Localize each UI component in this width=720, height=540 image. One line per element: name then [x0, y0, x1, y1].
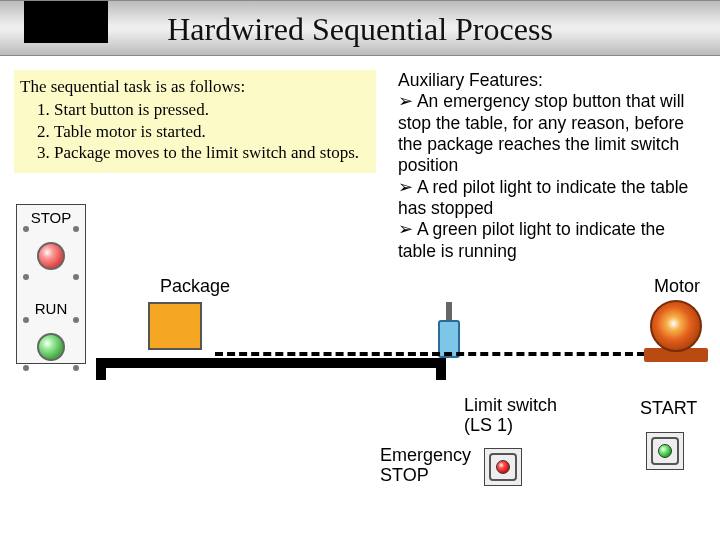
title-bar: Hardwired Sequential Process [0, 0, 720, 56]
screw-row [17, 226, 85, 240]
task-step: Table motor is started. [54, 121, 366, 142]
limit-switch-stem [446, 302, 452, 322]
package-label: Package [160, 276, 230, 297]
motor-icon [650, 300, 702, 352]
start-label: START [640, 398, 697, 419]
screw-row [17, 317, 85, 331]
aux-item: An emergency stop button that will stop … [398, 91, 698, 176]
run-label: RUN [17, 300, 85, 317]
stop-label: STOP [17, 209, 85, 226]
limit-switch-label: Limit switch (LS 1) [464, 396, 557, 436]
pilot-light-panel: STOP RUN [16, 204, 86, 364]
task-step: Start button is pressed. [54, 99, 366, 120]
auxiliary-features-box: Auxiliary Features: An emergency stop bu… [398, 70, 698, 262]
estop-label-line1: Emergency [380, 445, 471, 465]
limit-switch-label-line1: Limit switch [464, 395, 557, 415]
package-icon [148, 302, 202, 350]
estop-label: Emergency STOP [380, 446, 471, 486]
screw-row [17, 274, 85, 288]
stop-pilot-light-icon [37, 242, 65, 270]
aux-item: A red pilot light to indicate the table … [398, 177, 698, 220]
track-solid [96, 358, 446, 368]
page-title: Hardwired Sequential Process [0, 11, 720, 48]
task-step: Package moves to the limit switch and st… [54, 142, 366, 163]
run-pilot-light-icon [37, 333, 65, 361]
estop-label-line2: STOP [380, 465, 429, 485]
screw-row [17, 365, 85, 379]
aux-item: A green pilot light to indicate the tabl… [398, 219, 698, 262]
aux-title: Auxiliary Features: [398, 70, 698, 91]
motor-label: Motor [654, 276, 700, 297]
sequential-task-box: The sequential task is as follows: Start… [14, 70, 376, 173]
start-button-icon [646, 432, 684, 470]
track-foot [436, 366, 446, 380]
limit-switch-label-line2: (LS 1) [464, 415, 513, 435]
emergency-stop-button-icon [484, 448, 522, 486]
task-lead: The sequential task is as follows: [20, 76, 366, 97]
track-foot [96, 366, 106, 380]
track-dashed-line [215, 352, 645, 356]
